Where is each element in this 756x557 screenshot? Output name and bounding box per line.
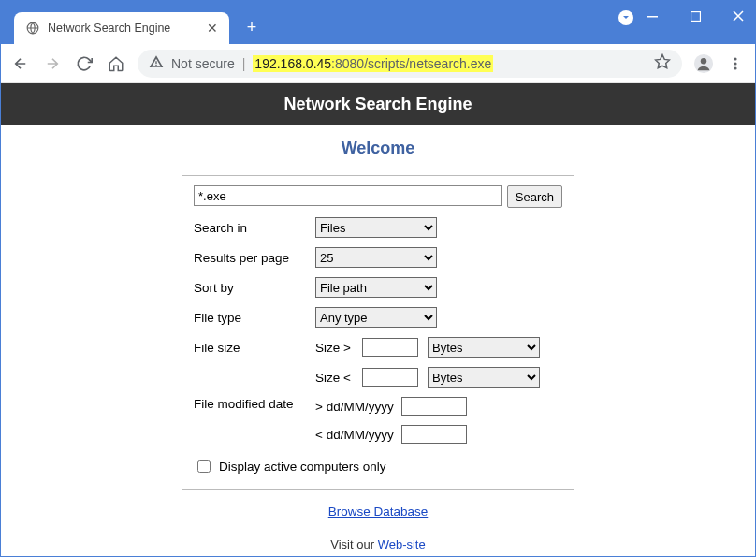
maximize-button[interactable] [684,5,706,27]
file-size-label: File size [194,341,315,355]
date-lt-label: < dd/MM/yyyy [315,428,394,442]
date-gt-label: > dd/MM/yyyy [315,400,394,414]
svg-point-8 [734,66,736,69]
bookmark-star-icon[interactable] [654,53,671,73]
active-only-label: Display active computers only [219,460,386,474]
size-lt-label: Size < [315,371,358,385]
separator: | [242,56,246,71]
globe-icon [25,21,40,36]
size-gt-unit-select[interactable]: Bytes [428,337,540,358]
page-banner: Network Search Engine [1,83,755,125]
sort-by-select[interactable]: File path [315,277,437,298]
size-gt-input[interactable] [362,338,418,357]
page-content: Network Search Engine Welcome Search Sea… [1,83,755,557]
chevron-down-icon[interactable] [618,10,633,25]
results-per-page-select[interactable]: 25 [315,247,437,268]
welcome-heading: Welcome [1,139,755,158]
profile-icon[interactable] [693,53,714,74]
date-lt-input[interactable] [401,425,467,444]
size-lt-input[interactable] [362,368,418,387]
search-query-input[interactable] [194,185,502,206]
close-window-button[interactable] [727,5,749,27]
warning-icon [149,54,164,72]
forward-button[interactable] [42,53,63,74]
back-button[interactable] [10,53,31,74]
svg-point-5 [701,58,706,64]
search-in-label: Search in [194,221,315,235]
not-secure-label: Not secure [171,56,235,71]
home-button[interactable] [106,53,126,74]
file-modified-label: File modified date [194,397,315,411]
date-gt-input[interactable] [401,397,467,416]
browser-toolbar: Not secure | 192.168.0.45:8080/scripts/n… [1,44,755,83]
visit-row: Visit our Web-site [1,537,755,551]
search-form: Search Search in Files Results per page … [182,175,574,490]
tab-title: Network Search Engine [48,22,199,35]
svg-rect-2 [691,11,700,21]
search-button[interactable]: Search [507,185,562,208]
new-tab-button[interactable]: + [239,14,265,40]
file-type-select[interactable]: Any type [315,307,437,328]
close-icon[interactable]: ✕ [207,21,218,36]
size-gt-label: Size > [315,341,358,355]
browser-titlebar: Network Search Engine ✕ + [1,1,755,44]
visit-prefix: Visit our [330,537,377,551]
search-in-select[interactable]: Files [315,217,437,238]
svg-point-7 [734,62,736,65]
results-per-page-label: Results per page [194,251,315,265]
svg-marker-3 [656,55,670,68]
website-link[interactable]: Web-site [378,537,426,551]
svg-point-6 [734,57,736,60]
size-lt-unit-select[interactable]: Bytes [428,367,540,388]
browse-link-row: Browse Database [1,505,755,519]
url-highlight: 192.168.0.45:8080/scripts/netsearch.exe [253,55,493,72]
sort-by-label: Sort by [194,281,315,295]
menu-button[interactable] [725,53,746,74]
window-controls [641,5,749,27]
active-only-checkbox[interactable] [197,460,211,473]
svg-rect-1 [647,16,658,18]
file-type-label: File type [194,311,315,325]
reload-button[interactable] [74,53,94,74]
browse-database-link[interactable]: Browse Database [328,505,429,519]
address-bar[interactable]: Not secure | 192.168.0.45:8080/scripts/n… [138,50,682,78]
browser-tab[interactable]: Network Search Engine ✕ [14,12,229,44]
minimize-button[interactable] [641,5,663,27]
